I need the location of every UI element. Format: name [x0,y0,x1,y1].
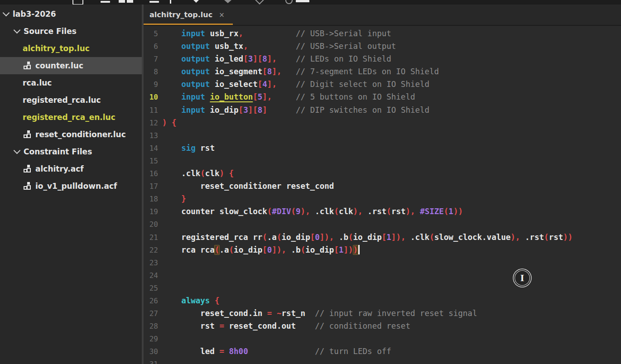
line-number: 30 [144,345,158,358]
tab-bar: alchitry_top.luc × [144,5,621,26]
tree-item-io-v1-pulldown-acf[interactable]: io_v1_pulldown.acf [0,177,142,195]
line-content: } [162,194,186,203]
tab-title: alchitry_top.luc [149,10,212,19]
code-line-24[interactable]: 24 [144,269,621,282]
code-line-28[interactable]: 28 rst = reset_cond.out // conditioned r… [144,320,621,332]
tab-alchitry-top-luc[interactable]: alchitry_top.luc × [144,5,233,25]
tree-item-rca-luc[interactable]: rca.luc [0,74,142,91]
project-tree-panel: lab3-2026Source Filesalchitry_top.luccou… [0,5,142,364]
code-line-18[interactable]: 18 } [144,192,621,205]
line-number: 21 [144,231,158,244]
tree-item-label: alchitry.acf [35,164,84,173]
code-line-27[interactable]: 27 reset_cond.in = ~rst_n // input raw i… [144,307,621,320]
line-content: output io_led[3][8], // LEDs on IO Shiel… [162,54,391,63]
code-line-31[interactable]: 31 [144,358,621,364]
code-line-26[interactable]: 26 always { [144,294,621,307]
toolbar-strip [0,0,621,5]
code-line-20[interactable]: 20 [144,218,621,230]
line-number: 5 [144,28,158,40]
save-all-icon-2[interactable] [127,0,133,3]
line-number: 25 [144,282,158,295]
tree-item-source-files[interactable]: Source Files [0,23,142,40]
line-content: sig rst [162,144,215,153]
tree-item-constraint-files[interactable]: Constraint Files [0,143,142,160]
module-file-icon [23,182,31,190]
tree-item-registered-rca-en-luc[interactable]: registered_rca_en.luc [0,109,142,126]
code-line-9[interactable]: 9 output io_select[4], // Digit select o… [144,78,621,91]
line-content: registered_rca rr(.a(io_dip[0]), .b(io_d… [162,233,573,242]
line-content: output io_select[4], // Digit select on … [162,80,429,89]
code-line-22[interactable]: 22 rca rca(.a(io_dip[0]), .b(io_dip[1])) [144,244,621,256]
line-number: 26 [144,295,158,307]
code-line-6[interactable]: 6 output usb_tx, // USB->Serial output [144,40,621,53]
code-line-13[interactable]: 13 [144,129,621,142]
code-line-21[interactable]: 21 registered_rca rr(.a(io_dip[0]), .b(i… [144,231,621,244]
code-line-10[interactable]: 10 input io_button[5], // 5 buttons on I… [144,91,621,103]
tab-close-icon[interactable]: × [219,11,225,19]
tree-item-lab3-2026[interactable]: lab3-2026 [0,5,142,23]
tree-item-label: rca.luc [23,78,52,87]
line-content: .clk(clk) { [162,169,234,178]
tree-item-counter-luc[interactable]: counter.luc [0,57,142,74]
code-line-14[interactable]: 14 sig rst [144,142,621,154]
tree-item-alchitry-top-luc[interactable]: alchitry_top.luc [0,40,142,57]
line-number: 31 [144,358,158,364]
code-line-11[interactable]: 11 input io_dip[3][8] // DIP switches on… [144,104,621,116]
build-icon[interactable] [170,0,171,4]
line-number: 18 [144,193,158,206]
line-content: input io_button[5], // 5 buttons on IO S… [162,92,415,101]
code-line-30[interactable]: 30 led = 8h00 // turn LEDs off [144,345,621,358]
chevron-down-icon [14,147,21,154]
undo-icon[interactable] [149,1,159,3]
code-line-17[interactable]: 17 reset_conditioner reset_cond [144,180,621,192]
dropdown-chevron-icon[interactable] [193,0,199,3]
code-line-25[interactable]: 25 [144,282,621,294]
download-arrow-icon[interactable] [224,0,231,3]
module-file-icon [23,130,31,139]
line-content: always { [162,296,219,305]
line-number: 7 [144,53,158,66]
line-content: ) { [162,118,177,127]
line-content: input io_dip[3][8] // DIP switches on IO… [162,105,429,115]
project-tree: lab3-2026Source Filesalchitry_top.luccou… [0,5,142,195]
tree-item-label: registered_rca.luc [23,96,101,105]
code-line-29[interactable]: 29 [144,332,621,345]
code-line-8[interactable]: 8 output io_segment[8], // 7-segment LED… [144,65,621,78]
line-content: counter slow_clock(#DIV(9), .clk(clk), .… [162,207,463,216]
line-number: 11 [144,104,158,117]
tree-item-label: io_v1_pulldown.acf [35,182,117,191]
stop-icon[interactable] [296,0,309,2]
line-content: output io_segment[8], // 7-segment LEDs … [162,67,439,76]
line-number: 6 [144,40,158,53]
line-number: 13 [144,129,158,142]
code-area[interactable]: 5 input usb_rx, // USB->Serial input6 ou… [144,26,621,364]
tree-item-label: Source Files [24,27,77,36]
erase-circle-icon[interactable] [285,0,293,4]
tree-item-reset-conditioner-luc[interactable]: reset_conditioner.luc [0,126,142,143]
line-number: 27 [144,307,158,320]
line-number: 12 [144,117,158,129]
save-icon[interactable] [101,1,110,3]
line-number: 14 [144,142,158,155]
tree-item-alchitry-acf[interactable]: alchitry.acf [0,160,142,177]
save-all-icon[interactable] [119,0,125,3]
chevron-down-icon [14,26,21,34]
new-file-icon[interactable] [72,0,83,5]
line-number: 24 [144,269,158,282]
line-number: 23 [144,257,158,269]
code-line-7[interactable]: 7 output io_led[3][8], // LEDs on IO Shi… [144,53,621,65]
line-content: led = 8h00 // turn LEDs off [162,347,391,356]
code-line-19[interactable]: 19 counter slow_clock(#DIV(9), .clk(clk)… [144,205,621,218]
code-line-23[interactable]: 23 [144,256,621,269]
tree-item-registered-rca-luc[interactable]: registered_rca.luc [0,91,142,109]
main-layout: lab3-2026Source Filesalchitry_top.luccou… [0,5,621,364]
code-line-5[interactable]: 5 input usb_rx, // USB->Serial input [144,27,621,40]
code-line-12[interactable]: 12) { [144,116,621,129]
line-number: 19 [144,206,158,218]
line-content: output usb_tx, // USB->Serial output [162,42,396,51]
code-line-15[interactable]: 15 [144,154,621,167]
alchitry-labs-window: lab3-2026Source Filesalchitry_top.luccou… [0,0,621,364]
debug-diamond-icon[interactable] [255,0,264,5]
module-file-icon [23,165,31,173]
code-line-16[interactable]: 16 .clk(clk) { [144,167,621,180]
